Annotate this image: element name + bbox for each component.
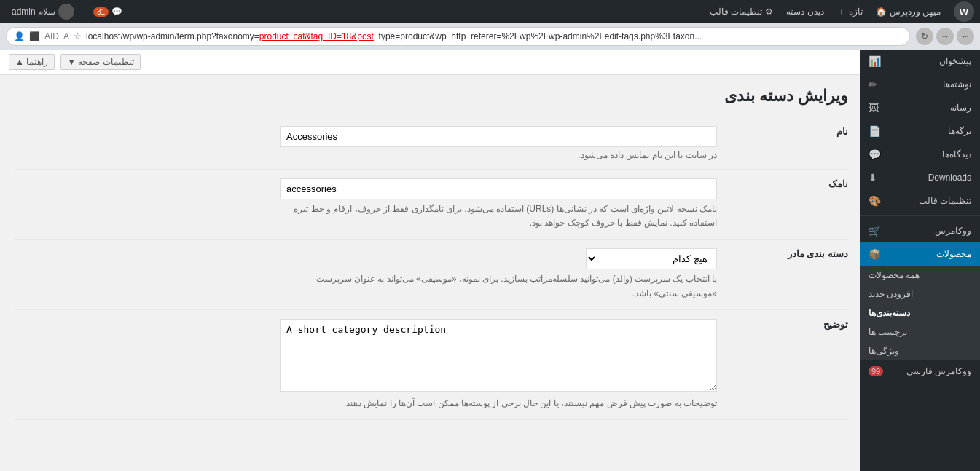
address-bar[interactable]: localhost/wp/wp-admin/term.php?taxonomy=… xyxy=(6,27,910,46)
name-field: در سایت با این نام نمایش داده می‌شود. xyxy=(15,117,717,170)
help-button[interactable]: راهنما ▲ xyxy=(9,54,55,70)
sidebar-item-products[interactable]: 📦 محصولات xyxy=(860,242,980,266)
sidebar-label-comments: دیدگاه‌ها xyxy=(887,149,971,159)
parent-row: دسته بندی مادر هیچ کدام با انتخاب یک سرپ… xyxy=(15,240,848,309)
slug-field: نامک نسخه لاتین واژه‌ای است که در نشانی‌… xyxy=(15,170,717,240)
appearance-icon: 🎨 xyxy=(869,195,881,207)
page-title: ویرایش دسته بندی xyxy=(15,87,848,106)
tags-label: برچسب ها xyxy=(869,327,907,337)
sidebar-item-media[interactable]: 🖼 رسانه xyxy=(860,96,980,119)
address-highlight: product_cat&tag_ID=18&post xyxy=(259,31,374,41)
extension-icon[interactable]: ⬛ xyxy=(29,31,40,41)
name-label: نام xyxy=(717,117,848,170)
sidebar-item-appearance[interactable]: 🎨 تنظیمات قالب xyxy=(860,189,980,213)
sidebar-item-woocommerce[interactable]: 🛒 ووکامرس xyxy=(860,219,980,242)
categories-label: دسته‌بندی‌ها xyxy=(869,308,910,318)
sidebar-label-dashboard: پیشخوان xyxy=(887,56,971,66)
theme-settings-item[interactable]: ⚙ تنظیمات قالب xyxy=(704,0,779,23)
comments-badge: 31 xyxy=(93,7,109,17)
desc-note: توضیحات به صورت پیش فرض مهم نیستند، یا ا… xyxy=(280,397,717,411)
parent-label: دسته بندی مادر xyxy=(717,240,848,309)
wp-logo-item[interactable]: W xyxy=(948,0,980,23)
sidebar-item-pages[interactable]: 📄 برگه‌ها xyxy=(860,119,980,143)
pages-icon: 📄 xyxy=(869,125,881,137)
sidebar-label-wc-persian: ووکامرس فارسی xyxy=(889,366,971,376)
greeting-item[interactable]: سلام admin xyxy=(6,0,80,23)
sidebar-item-comments[interactable]: 💬 دیدگاه‌ها xyxy=(860,143,980,166)
sidebar-subitem-categories[interactable]: دسته‌بندی‌ها xyxy=(860,304,980,322)
comments-nav-icon: 💬 xyxy=(869,149,881,160)
sidebar-subitem-add-new[interactable]: افزودن جدید xyxy=(860,285,980,304)
sidebar-subitem-attributes[interactable]: ویژگی‌ها xyxy=(860,341,980,360)
wp-layout: 📊 پیشخوان ✏ نوشته‌ها 🖼 رسانه 📄 برگه‌ها 💬… xyxy=(0,50,980,471)
parent-select-wrapper: هیچ کدام xyxy=(15,248,717,269)
edit-form: نام در سایت با این نام نمایش داده می‌شود… xyxy=(15,117,848,420)
browser-chrome: ← → ↻ localhost/wp/wp-admin/term.php?tax… xyxy=(0,23,980,50)
sidebar-label-downloads: Downloads xyxy=(883,173,971,183)
products-submenu: همه محصولات افزودن جدید دسته‌بندی‌ها برچ… xyxy=(860,266,980,360)
plus-icon: ＋ xyxy=(837,6,846,18)
theme-settings-label: تنظیمات قالب xyxy=(710,7,762,17)
account-icon[interactable]: 👤 xyxy=(14,31,25,41)
admin-bar: W میهن وردپرس 🏠 تازه ＋ دیدن دسته ⚙ تنظیم… xyxy=(0,0,980,23)
comments-item[interactable]: 💬 31 xyxy=(87,0,128,23)
address-after: _type=product&wp_http_referer=%2Fwp%2Fwp… xyxy=(374,31,702,41)
desc-row: توضیح A short category description توضیح… xyxy=(15,309,848,419)
screen-options-button[interactable]: تنظیمات صفحه ▼ xyxy=(60,54,141,70)
sidebar-label-media: رسانه xyxy=(885,103,971,113)
back-button[interactable]: ← xyxy=(957,28,974,45)
address-text: localhost/wp/wp-admin/term.php?taxonomy=… xyxy=(86,31,902,41)
slug-description: نامک نسخه لاتین واژه‌ای است که در نشانی‌… xyxy=(280,202,717,230)
desc-field: A short category description توضیحات به … xyxy=(15,309,717,419)
sidebar-item-posts[interactable]: ✏ نوشته‌ها xyxy=(860,73,980,96)
site-name-item[interactable]: میهن وردپرس 🏠 xyxy=(870,0,946,23)
aid-icon[interactable]: AID xyxy=(44,31,59,41)
sidebar-subitem-all-products[interactable]: همه محصولات xyxy=(860,266,980,285)
new-item[interactable]: تازه ＋ xyxy=(831,0,869,23)
parent-field: هیچ کدام با انتخاب یک سرپرست (والد) می‌ت… xyxy=(15,240,717,309)
name-description: در سایت با این نام نمایش داده می‌شود. xyxy=(280,150,717,160)
attributes-label: ویژگی‌ها xyxy=(869,346,899,356)
star-icon[interactable]: ☆ xyxy=(74,31,82,41)
home-icon: 🏠 xyxy=(876,7,887,17)
wc-persian-icon: 99 xyxy=(869,366,883,376)
gear-icon: ⚙ xyxy=(765,7,773,17)
admin-bar-right: W میهن وردپرس 🏠 تازه ＋ دیدن دسته ⚙ تنظیم… xyxy=(704,0,980,23)
main-content: تنظیمات صفحه ▼ راهنما ▲ ویرایش دسته بندی… xyxy=(0,50,860,471)
wp-logo-icon[interactable]: W xyxy=(954,1,974,22)
name-input[interactable] xyxy=(280,126,717,147)
screen-options-label: تنظیمات صفحه ▼ xyxy=(67,57,134,67)
sidebar-label-posts: نوشته‌ها xyxy=(883,79,971,90)
view-category-item[interactable]: دیدن دسته xyxy=(780,0,829,23)
sidebar-divider-1 xyxy=(860,215,980,216)
media-icon: 🖼 xyxy=(869,102,879,114)
all-products-label: همه محصولات xyxy=(869,270,920,280)
admin-bar-left: 💬 31 سلام admin xyxy=(6,0,128,23)
products-icon: 📦 xyxy=(869,248,881,260)
translate-icon[interactable]: A xyxy=(63,31,69,41)
sidebar: 📊 پیشخوان ✏ نوشته‌ها 🖼 رسانه 📄 برگه‌ها 💬… xyxy=(860,50,980,471)
add-new-label: افزودن جدید xyxy=(869,289,913,299)
slug-input[interactable] xyxy=(280,178,717,199)
refresh-button[interactable]: ↻ xyxy=(916,28,933,45)
greeting-label: سلام admin xyxy=(12,7,55,17)
parent-select[interactable]: هیچ کدام xyxy=(586,248,717,269)
parent-description: با انتخاب یک سرپرست (والد) می‌توانید سلس… xyxy=(280,272,717,300)
address-before: localhost/wp/wp-admin/term.php?taxonomy= xyxy=(86,31,259,41)
downloads-icon: ⬇ xyxy=(869,172,877,183)
sidebar-item-downloads[interactable]: ⬇ Downloads xyxy=(860,166,980,189)
slug-row: نامک نامک نسخه لاتین واژه‌ای است که در ن… xyxy=(15,170,848,240)
desc-textarea[interactable]: A short category description xyxy=(280,319,717,392)
posts-icon: ✏ xyxy=(869,79,877,90)
forward-button[interactable]: → xyxy=(936,28,954,45)
sidebar-item-wc-persian[interactable]: 99 ووکامرس فارسی xyxy=(860,360,980,382)
sidebar-label-woocommerce: ووکامرس xyxy=(887,226,971,236)
nav-buttons: ← → ↻ xyxy=(916,28,974,45)
sidebar-subitem-tags[interactable]: برچسب ها xyxy=(860,322,980,341)
site-name-label: میهن وردپرس xyxy=(890,7,941,17)
sidebar-label-pages: برگه‌ها xyxy=(887,126,971,136)
dashboard-icon: 📊 xyxy=(869,55,881,67)
sidebar-label-appearance: تنظیمات قالب xyxy=(887,196,971,206)
sidebar-item-dashboard[interactable]: 📊 پیشخوان xyxy=(860,50,980,73)
secondary-nav: تنظیمات صفحه ▼ راهنما ▲ xyxy=(0,50,860,75)
